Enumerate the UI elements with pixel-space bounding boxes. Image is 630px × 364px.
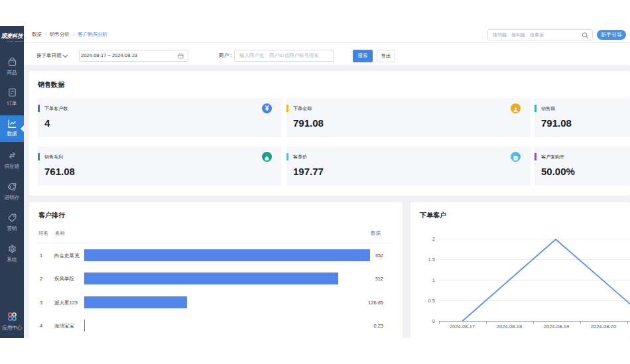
svg-text:2024-08-19: 2024-08-19 (544, 324, 569, 330)
svg-text:2024-08-18: 2024-08-18 (497, 324, 522, 330)
svg-text:0.5: 0.5 (428, 298, 435, 304)
svg-text:2024-08-20: 2024-08-20 (591, 324, 616, 330)
svg-text:2: 2 (432, 236, 435, 242)
svg-text:0: 0 (432, 318, 435, 324)
svg-text:2024-08-17: 2024-08-17 (450, 324, 475, 330)
svg-text:1: 1 (432, 277, 435, 283)
svg-text:1.5: 1.5 (428, 257, 435, 263)
